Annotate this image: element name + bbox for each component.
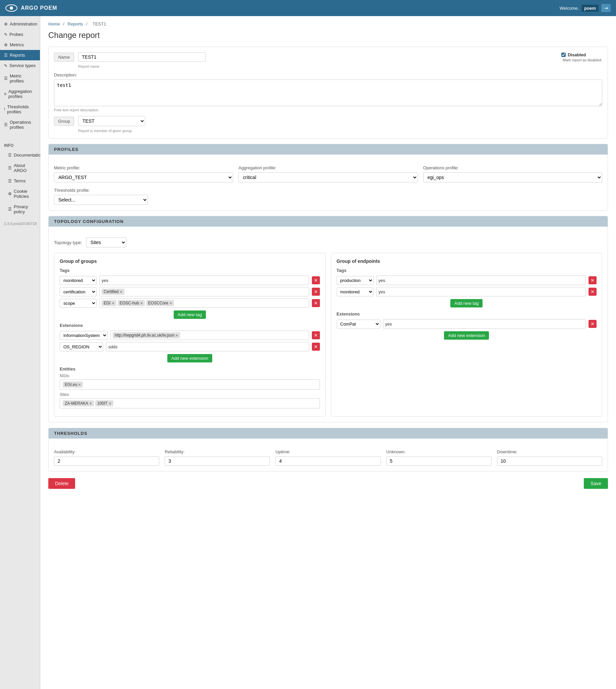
name-input[interactable] <box>78 52 205 62</box>
sidebar-item-aggregation-profiles[interactable]: ≡ Aggregation profiles <box>0 86 40 102</box>
tag-value-monitored[interactable]: yes <box>99 275 309 285</box>
topology-type-select[interactable]: Sites <box>86 237 127 247</box>
ext-key-os-region[interactable]: OS_REGION <box>60 342 103 351</box>
remove-100it[interactable]: ✕ <box>109 402 111 405</box>
remove-ep-tag-monitored-button[interactable]: ✕ <box>589 288 597 296</box>
sidebar-item-administration[interactable]: ⚙ Administration <box>0 19 40 29</box>
sidebar-item-thresholds-profiles[interactable]: ! Thresholds profiles <box>0 102 40 117</box>
sidebar-item-probes[interactable]: ✎ Probes <box>0 29 40 40</box>
operations-profile-select[interactable]: egi_ops <box>423 172 602 182</box>
remove-extension-os-region-button[interactable]: ✕ <box>312 343 320 351</box>
topology-section: TOPOLOGY CONFIGURATION Topology type: Si… <box>48 216 608 422</box>
groups-tags-title: Tags <box>60 268 320 273</box>
tag-key-scope[interactable]: scope <box>60 299 96 308</box>
topology-header: TOPOLOGY CONFIGURATION <box>49 216 608 227</box>
sidebar-item-about-argo[interactable]: ☰ About ARGO <box>4 160 36 176</box>
ep-tag-row-production: production yes ✕ <box>337 275 597 285</box>
thresholds-profile-select[interactable]: Select... <box>54 195 148 205</box>
remove-eosc-core-badge[interactable]: ✕ <box>169 302 172 305</box>
sidebar-item-metric-profiles[interactable]: ☰ Metric profiles <box>0 71 40 86</box>
add-new-extension-endpoints-button[interactable]: Add new extension <box>444 331 489 340</box>
ep-ext-value-compat[interactable]: yes <box>383 319 586 329</box>
ext-key-info-system[interactable]: InformationSystem <box>60 331 108 340</box>
metric-profile-select[interactable]: ARGO_TEST <box>54 172 233 182</box>
delete-button[interactable]: Delete <box>48 478 75 489</box>
profiles-section: PROFILES Metric profile: ARGO_TEST Aggre… <box>48 144 608 210</box>
remove-extension-info-system-button[interactable]: ✕ <box>312 331 320 339</box>
group-label: Group <box>54 117 74 126</box>
disabled-checkbox-row: Disabled <box>562 52 602 57</box>
remove-ep-tag-production-button[interactable]: ✕ <box>589 276 597 284</box>
ep-tag-value-monitored[interactable]: yes <box>376 287 586 296</box>
ep-tag-key-monitored[interactable]: monitored <box>337 287 374 296</box>
remove-tag-monitored-button[interactable]: ✕ <box>312 276 320 284</box>
groups-entities-title: Entities <box>60 366 320 372</box>
thresholds-header: THRESHOLDS <box>49 428 608 439</box>
sidebar-item-operations-profiles[interactable]: ☰ Operations profiles <box>0 117 40 132</box>
ngis-input[interactable]: EGI.eu ✕ <box>60 380 320 390</box>
remove-egi-eu[interactable]: ✕ <box>78 383 81 386</box>
privacy-icon: ☰ <box>8 207 12 212</box>
group-select[interactable]: TEST <box>78 116 145 126</box>
sidebar-label-privacy-policy: Privacy policy <box>14 204 32 214</box>
sidebar-label-thresholds-profiles: Thresholds profiles <box>7 104 36 114</box>
sidebar-label-probes: Probes <box>9 32 23 37</box>
sidebar-item-metrics[interactable]: ⚙ Metrics <box>0 40 40 50</box>
ep-ext-key-compat[interactable]: ComPat <box>337 319 380 329</box>
downtime-input[interactable] <box>497 456 602 466</box>
add-new-extension-groups-button[interactable]: Add new extension <box>167 354 212 362</box>
logout-button[interactable]: ⇥ <box>601 4 611 12</box>
remove-certified-badge[interactable]: ✕ <box>120 290 123 294</box>
sidebar-label-service-types: Service types <box>9 63 36 68</box>
sidebar-item-cookie-policies[interactable]: ⚙ Cookie Policies <box>4 186 36 201</box>
tag-key-monitored[interactable]: monitored <box>60 276 96 285</box>
uptime-input[interactable] <box>275 456 380 466</box>
remove-eosc-hub-badge[interactable]: ✕ <box>140 302 143 305</box>
remove-info-system-url[interactable]: ✕ <box>175 334 178 337</box>
remove-ep-extension-compat-button[interactable]: ✕ <box>589 320 597 328</box>
add-new-tag-endpoints-button[interactable]: Add new tag <box>450 299 483 308</box>
aggregation-profile-select[interactable]: critical <box>238 172 417 182</box>
ep-tag-value-production[interactable]: yes <box>376 275 586 285</box>
ext-value-info-system[interactable]: http://hepgrid4.ph.liv.ac.uk/liv.json ✕ <box>110 331 309 340</box>
logo-icon <box>5 4 18 12</box>
ext-value-os-region[interactable]: sdds <box>106 342 309 351</box>
tag-value-scope[interactable]: EGI ✕ EOSC-hub ✕ EOSCCore ✕ <box>99 298 309 308</box>
unknown-input[interactable] <box>386 456 491 466</box>
availability-input[interactable] <box>54 456 159 466</box>
group-hint: Report is member of given group <box>78 129 602 133</box>
profiles-grid: Metric profile: ARGO_TEST Aggregation pr… <box>54 165 602 182</box>
remove-tag-scope-button[interactable]: ✕ <box>312 299 320 307</box>
ngis-row: NGIs: EGI.eu ✕ <box>60 374 320 390</box>
reliability-item: Reliability: <box>164 449 270 466</box>
sidebar-item-privacy-policy[interactable]: ☰ Privacy policy <box>4 201 36 217</box>
sidebar-item-service-types[interactable]: ✎ Service types <box>0 60 40 71</box>
reliability-input[interactable] <box>164 456 270 466</box>
description-input[interactable]: test1 <box>54 80 602 106</box>
tag-value-certification[interactable]: Certified ✕ <box>99 287 309 296</box>
header: ARGO POEM Welcome, poem ⇥ <box>0 0 616 16</box>
remove-tag-certification-button[interactable]: ✕ <box>312 288 320 296</box>
remove-za-meraka[interactable]: ✕ <box>89 402 92 405</box>
disabled-col: Disabled Mark report as disabled. <box>556 52 602 62</box>
compat-value: yes <box>385 321 392 327</box>
remove-egi-badge[interactable]: ✕ <box>112 302 114 305</box>
thresholds-content: Availability: Reliability: Uptime: Unkno… <box>49 444 608 471</box>
sites-input[interactable]: ZA-MERAKA ✕ 100IT ✕ <box>60 398 320 408</box>
save-button[interactable]: Save <box>584 478 608 489</box>
ep-tag-key-production[interactable]: production <box>337 276 374 285</box>
tag-key-certification[interactable]: certification <box>60 287 96 296</box>
app-title: ARGO POEM <box>21 5 57 11</box>
metric-profile-field: Metric profile: ARGO_TEST <box>54 165 233 182</box>
sidebar-item-documentation[interactable]: ☰ Documentation <box>4 150 36 160</box>
sidebar-item-reports[interactable]: ☰ Reports <box>0 50 40 60</box>
tag-row-certification: certification Certified ✕ ✕ <box>60 287 320 296</box>
breadcrumb-reports[interactable]: Reports <box>68 21 83 26</box>
add-new-tag-groups-button[interactable]: Add new tag <box>174 310 206 319</box>
sidebar-item-terms[interactable]: ☰ Terms <box>4 176 36 186</box>
group-field-row: Group TEST <box>54 116 602 126</box>
disabled-checkbox[interactable] <box>562 53 566 57</box>
group-of-groups: Group of groups Tags monitored yes ✕ <box>54 253 326 417</box>
breadcrumb-home[interactable]: Home <box>48 21 60 26</box>
tag-row-monitored: monitored yes ✕ <box>60 275 320 285</box>
